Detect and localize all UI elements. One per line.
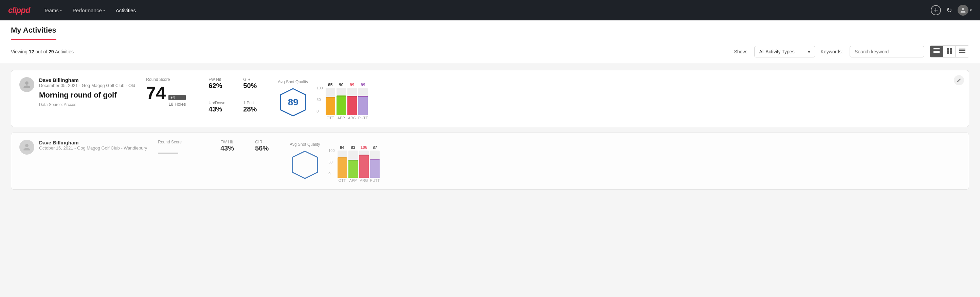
round-meta: December 05, 2021 - Gog Magog Golf Club … (39, 83, 135, 88)
bar-label-arg: ARG (348, 116, 356, 120)
bar-value-ott: 85 (328, 83, 332, 87)
svg-rect-6 (947, 51, 949, 54)
score-main: 74 +4 18 Holes (146, 84, 200, 107)
bar-fill-app (337, 96, 346, 115)
stat-value: 56% (255, 144, 282, 152)
view-toggle-list-wide[interactable] (956, 46, 969, 57)
bar-fill-ott (326, 97, 335, 115)
edit-button[interactable] (954, 75, 964, 85)
stat-item: GIR 56% (255, 140, 282, 182)
bar-wrapper-putt (358, 88, 368, 115)
user-icon[interactable]: ▾ (958, 5, 972, 16)
stat-value: 43% (208, 105, 235, 113)
bar-col-putt: 89 PUTT (358, 83, 368, 120)
hexagon-value: 89 (288, 97, 299, 108)
player-name: Dave Billingham (39, 77, 135, 83)
quality-wrap: Avg Shot Quality 89 (278, 80, 308, 118)
bar-label-arg-2: ARG (360, 179, 368, 182)
score-placeholder (158, 147, 212, 160)
stat-item: FW Hit 62% (208, 77, 235, 96)
add-icon[interactable]: + (931, 5, 941, 15)
bar-col-ott-2: 94 OTT (337, 145, 347, 182)
view-toggle-list-tight[interactable] (930, 46, 943, 57)
activity-card: Dave Billingham October 16, 2021 - Gog M… (11, 133, 969, 190)
stat-value: 28% (243, 105, 270, 113)
bar-col-app-2: 83 APP (348, 145, 358, 182)
logo[interactable]: clippd (8, 5, 30, 15)
stat-label: 1 Putt (243, 101, 270, 105)
quality-label: Avg Shot Quality (278, 80, 308, 84)
nav-item-teams[interactable]: Teams ▾ (44, 8, 62, 13)
card-second-half: Round Score FW Hit 43% GIR 56% A (158, 140, 961, 182)
bar-label-app-2: APP (349, 179, 357, 182)
stat-item: Up/Down 43% (208, 101, 235, 120)
chevron-down-icon: ▾ (60, 8, 62, 12)
quality-wrap: Avg Shot Quality (290, 142, 320, 180)
bar-fill-putt-2 (370, 159, 380, 178)
card-info: Dave Billingham December 05, 2021 - Gog … (39, 77, 135, 107)
round-score-label: Round Score (158, 140, 212, 144)
activity-type-dropdown[interactable]: All Activity Types ▾ (754, 46, 815, 57)
stat-value: 50% (243, 82, 270, 90)
stat-label: GIR (255, 140, 282, 144)
bar-col-putt-2: 87 PUTT (370, 145, 380, 182)
bar-chart: 100 50 0 85 OTT 90 (317, 83, 368, 120)
bar-label-ott: OTT (327, 116, 334, 120)
hexagon: 89 (278, 87, 308, 118)
round-title: Morning round of golf (39, 91, 135, 99)
y-label-50: 50 (317, 97, 323, 102)
search-input[interactable] (850, 46, 924, 57)
svg-rect-10 (959, 52, 966, 53)
stat-label: FW Hit (220, 140, 247, 144)
chevron-down-icon: ▾ (103, 8, 105, 12)
score-number: 74 (146, 84, 166, 102)
bar-wrapper-app (337, 88, 346, 115)
svg-rect-5 (950, 48, 952, 51)
stat-item: 1 Putt 28% (243, 101, 270, 120)
nav-item-activities[interactable]: Activities (116, 8, 136, 13)
keywords-label: Keywords: (821, 49, 843, 54)
bar-label-ott-2: OTT (339, 179, 346, 182)
y-label-0: 0 (317, 109, 323, 113)
player-name: Dave Billingham (39, 140, 147, 145)
svg-rect-8 (959, 49, 966, 50)
bar-value-putt-2: 87 (372, 145, 377, 150)
quality-section: Avg Shot Quality 89 100 50 0 (278, 77, 961, 120)
svg-rect-0 (934, 48, 940, 49)
round-score-section: Round Score 74 +4 18 Holes (146, 77, 200, 120)
round-score-section: Round Score (158, 140, 212, 182)
stat-item: FW Hit 43% (220, 140, 247, 182)
svg-rect-9 (959, 50, 966, 51)
bar-chart-2: 100 50 0 94 OTT 83 (328, 145, 380, 182)
activity-card: Dave Billingham December 05, 2021 - Gog … (11, 70, 969, 127)
stat-value: 43% (220, 144, 247, 152)
svg-marker-12 (293, 151, 318, 179)
bar-value-arg: 89 (350, 83, 354, 87)
view-toggle-grid[interactable] (943, 46, 956, 57)
bar-label-putt: PUTT (358, 116, 368, 120)
stat-label: Up/Down (208, 101, 235, 105)
stat-item: GIR 50% (243, 77, 270, 96)
bar-fill-putt (358, 96, 368, 115)
bar-col-ott: 85 OTT (326, 83, 335, 120)
bar-value-arg-2: 106 (361, 145, 368, 150)
data-source: Data Source: Arccos (39, 102, 135, 107)
svg-rect-4 (947, 48, 949, 51)
y-label-100: 100 (317, 86, 323, 90)
bar-col-app: 90 APP (337, 83, 346, 120)
refresh-icon[interactable]: ↻ (947, 6, 952, 14)
stat-value: 62% (208, 82, 235, 90)
filter-bar: Viewing 12 out of 29 Activities Show: Al… (0, 40, 980, 63)
svg-rect-1 (934, 50, 940, 50)
navbar-right: + ↻ ▾ (931, 5, 972, 16)
stat-label: FW Hit (208, 77, 235, 82)
nav-item-performance[interactable]: Performance ▾ (73, 8, 105, 13)
bar-wrapper-ott-2 (337, 150, 347, 178)
viewing-text: Viewing 12 out of 29 Activities (11, 49, 729, 54)
bar-value-app-2: 83 (351, 145, 355, 150)
navbar: clippd Teams ▾ Performance ▾ Activities … (0, 0, 980, 21)
avatar (19, 77, 34, 92)
view-toggles (930, 46, 969, 57)
card-left: Dave Billingham October 16, 2021 - Gog M… (19, 140, 147, 155)
page-title: My Activities (11, 26, 56, 40)
